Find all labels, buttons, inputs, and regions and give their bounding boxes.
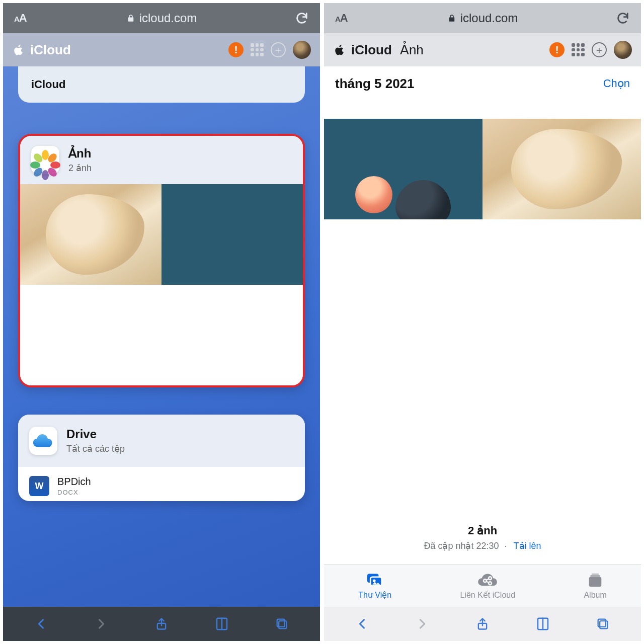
drive-app-icon <box>29 427 57 455</box>
safari-toolbar <box>324 607 641 641</box>
tabs-icon[interactable] <box>594 615 611 632</box>
tab-album[interactable]: Album <box>584 573 606 600</box>
photo-thumbnail[interactable] <box>162 184 303 285</box>
back-icon[interactable] <box>33 615 50 632</box>
photos-bottom-tabs: Thư Viện Liên Kết iCloud Album <box>324 565 641 607</box>
apple-icon <box>12 43 25 56</box>
back-icon[interactable] <box>354 615 371 632</box>
svg-point-5 <box>373 579 376 582</box>
upload-link[interactable]: Tải lên <box>514 541 541 551</box>
month-heading: tháng 5 2021 <box>335 76 415 92</box>
forward-icon <box>414 615 431 632</box>
share-icon[interactable] <box>153 615 170 632</box>
svg-rect-2 <box>277 619 285 627</box>
lock-icon <box>126 14 135 23</box>
share-icon[interactable] <box>474 615 491 632</box>
avatar[interactable] <box>614 41 632 59</box>
apple-icon <box>333 43 346 56</box>
svg-rect-11 <box>589 577 602 587</box>
text-size-button[interactable]: AA <box>14 12 27 25</box>
icloud-brand[interactable]: iCloud Ảnh <box>333 42 424 58</box>
svg-rect-13 <box>592 573 599 575</box>
bookmarks-icon[interactable] <box>213 615 230 632</box>
brand-section: Ảnh <box>400 42 424 58</box>
svg-rect-15 <box>600 621 607 628</box>
library-icon <box>365 572 385 588</box>
tab-shared-label: Liên Kết iCloud <box>460 590 515 600</box>
tab-shared[interactable]: Liên Kết iCloud <box>460 572 515 600</box>
album-icon <box>585 573 605 589</box>
tab-library-label: Thư Viện <box>358 590 391 600</box>
file-ext: DOCX <box>57 489 91 496</box>
drive-card-title: Drive <box>66 427 125 441</box>
icloud-card[interactable]: iCloud <box>18 66 305 103</box>
photos-card-subtitle: 2 ảnh <box>68 163 92 174</box>
text-size-button[interactable]: AA <box>335 12 348 25</box>
reload-icon[interactable] <box>616 11 630 25</box>
photo-thumbnail[interactable] <box>324 119 482 219</box>
lock-icon <box>447 14 456 23</box>
svg-rect-12 <box>590 575 600 577</box>
file-name: BPDich <box>57 476 91 488</box>
icloud-header: iCloud ! ＋ <box>3 33 320 66</box>
alert-icon[interactable]: ! <box>228 42 244 57</box>
shared-icon <box>477 572 498 588</box>
url-text: icloud.com <box>460 11 518 25</box>
photo-placeholder <box>20 285 162 385</box>
safari-toolbar <box>3 607 320 641</box>
add-icon[interactable]: ＋ <box>271 42 286 57</box>
photos-card-title: Ảnh <box>68 146 92 160</box>
icloud-header: iCloud Ảnh ! ＋ <box>324 33 641 66</box>
url-text: icloud.com <box>139 11 197 25</box>
photos-card[interactable]: Ảnh 2 ảnh <box>18 134 305 387</box>
icloud-card-label: iCloud <box>31 78 65 91</box>
icloud-brand[interactable]: iCloud <box>12 42 71 58</box>
photos-app-icon <box>31 146 59 174</box>
apps-grid-icon[interactable] <box>572 43 585 56</box>
tab-album-label: Album <box>584 591 606 600</box>
drive-card[interactable]: Drive Tất cả các tệp W BPDich DOCX <box>18 415 305 501</box>
brand-label: iCloud <box>351 42 392 58</box>
safari-address-bar[interactable]: AA icloud.com <box>3 3 320 33</box>
apps-grid-icon[interactable] <box>251 43 264 56</box>
tab-library[interactable]: Thư Viện <box>358 572 391 600</box>
summary-count: 2 ảnh <box>324 524 641 537</box>
safari-address-bar[interactable]: AA icloud.com <box>324 3 641 33</box>
photo-thumbnail[interactable] <box>20 184 162 285</box>
svg-rect-16 <box>598 619 606 627</box>
brand-label: iCloud <box>30 42 71 58</box>
bookmarks-icon[interactable] <box>534 615 551 632</box>
word-file-icon: W <box>29 476 49 496</box>
avatar[interactable] <box>293 41 311 59</box>
reload-icon[interactable] <box>295 11 309 25</box>
svg-rect-1 <box>279 621 286 628</box>
select-button[interactable]: Chọn <box>603 77 630 90</box>
photo-thumbnail[interactable] <box>482 119 641 219</box>
drive-card-subtitle: Tất cả các tệp <box>66 443 125 454</box>
summary-updated: Đã cập nhật 22:30 <box>424 541 499 551</box>
tabs-icon[interactable] <box>273 615 290 632</box>
forward-icon <box>93 615 110 632</box>
add-icon[interactable]: ＋ <box>592 42 607 57</box>
photo-placeholder <box>162 285 303 385</box>
alert-icon[interactable]: ! <box>549 42 565 57</box>
separator: · <box>505 541 507 551</box>
